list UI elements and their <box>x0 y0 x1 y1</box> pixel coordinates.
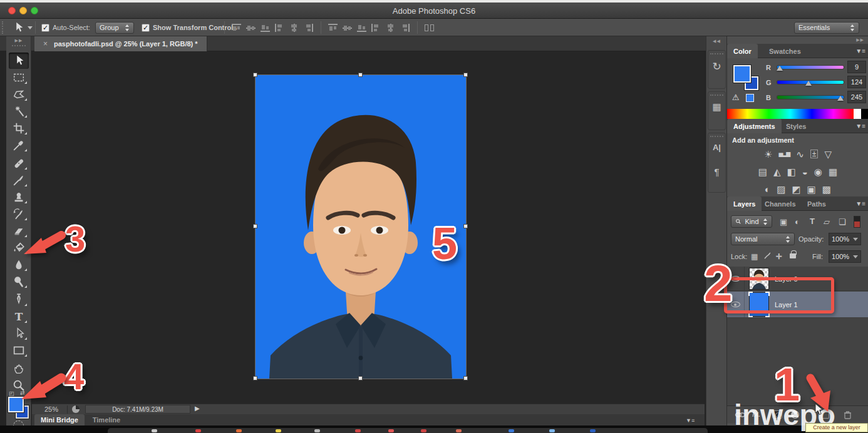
show-transform-checkbox[interactable]: ✓ <box>142 24 150 32</box>
clone-stamp-tool[interactable] <box>9 189 29 205</box>
expand-panels-icon[interactable]: ◀◀ <box>706 39 727 44</box>
fill-value[interactable]: 100% <box>829 250 861 263</box>
workspace-switcher[interactable]: Essentials <box>794 19 859 36</box>
character-panel-icon[interactable]: A| <box>706 143 727 152</box>
align-top-edges-icon[interactable] <box>231 23 242 33</box>
collapse-panels-icon[interactable]: ▶▶ <box>856 38 864 43</box>
dock-app-icon[interactable] <box>509 429 514 432</box>
distribute-right-edges-icon[interactable] <box>400 23 410 33</box>
filter-shape-layers-icon[interactable]: ▱ <box>824 217 830 227</box>
panel-menu-icon[interactable]: ▼≡ <box>855 200 865 207</box>
type-tool[interactable]: T <box>9 308 29 325</box>
distribute-bottom-edges-icon[interactable] <box>356 23 367 33</box>
paragraph-panel-icon[interactable]: ¶ <box>706 166 727 177</box>
threshold-icon[interactable]: ◩ <box>792 185 800 194</box>
default-colors-icon[interactable]: ◰ <box>9 390 14 397</box>
group-dropdown[interactable]: Group <box>95 22 134 34</box>
align-bottom-edges-icon[interactable] <box>260 23 271 33</box>
white-ramp-cell[interactable] <box>854 109 861 119</box>
filter-adjustment-layers-icon[interactable]: ◐ <box>795 217 800 227</box>
blue-slider[interactable] <box>777 96 844 99</box>
color-balance-icon[interactable]: ◭ <box>773 167 781 176</box>
tab-layers[interactable]: Layers <box>727 196 762 211</box>
filtering-toggle[interactable] <box>854 216 860 228</box>
brush-tool[interactable] <box>9 172 29 188</box>
selective-color-icon[interactable]: ▣ <box>807 185 816 194</box>
color-panel-foreground-swatch[interactable] <box>733 65 751 83</box>
exposure-icon[interactable]: ± <box>810 150 819 158</box>
black-white-icon[interactable]: ◧ <box>787 167 796 176</box>
hue-saturation-icon[interactable]: ▤ <box>758 167 767 176</box>
gamut-color-swatch[interactable] <box>746 94 754 102</box>
lasso-tool[interactable] <box>9 86 29 103</box>
show-transform-option[interactable]: ✓ Show Transform Controls <box>142 19 237 36</box>
color-lookup-icon[interactable]: ▦ <box>829 167 837 176</box>
macos-dock[interactable] <box>108 428 708 433</box>
align-right-edges-icon[interactable] <box>303 23 314 33</box>
distribute-top-edges-icon[interactable] <box>328 23 338 33</box>
red-slider[interactable] <box>777 66 844 69</box>
pen-tool[interactable] <box>9 292 29 308</box>
titlebar[interactable]: Adobe Photoshop CS6 <box>0 3 868 19</box>
distribute-vertical-centers-icon[interactable] <box>342 23 353 33</box>
photo-filter-icon[interactable]: ◒ <box>802 167 808 176</box>
dock-app-icon[interactable] <box>388 429 394 432</box>
opacity-value[interactable]: 100% <box>829 233 861 245</box>
properties-panel-icon[interactable]: ▦ <box>706 101 727 113</box>
lock-transparent-pixels-icon[interactable]: ▦ <box>751 252 758 261</box>
collapse-tools-icon[interactable]: ▶▶ <box>6 38 31 43</box>
lock-image-pixels-icon[interactable] <box>763 251 772 261</box>
dock-app-icon[interactable] <box>276 429 281 432</box>
workspace-dropdown[interactable]: Essentials <box>794 22 859 34</box>
invert-icon[interactable]: ◐ <box>765 185 770 194</box>
lock-position-icon[interactable]: ✛ <box>776 252 782 261</box>
distribute-left-edges-icon[interactable] <box>371 23 381 33</box>
tab-channels[interactable]: Channels <box>758 196 802 211</box>
dock-app-icon[interactable] <box>355 429 361 432</box>
dock-app-icon[interactable] <box>236 429 242 432</box>
dock-app-icon[interactable] <box>590 429 596 432</box>
filter-type-layers-icon[interactable]: T <box>810 216 815 226</box>
rectangular-marquee-tool[interactable] <box>9 69 29 86</box>
posterize-icon[interactable]: ▨ <box>777 185 785 194</box>
lock-all-icon[interactable] <box>790 250 796 260</box>
tab-adjustments[interactable]: Adjustments <box>727 119 782 133</box>
gamut-warning-icon[interactable]: ⚠ <box>732 93 740 102</box>
panel-menu-icon[interactable]: ▼≡ <box>686 417 695 424</box>
move-tool[interactable] <box>9 53 29 69</box>
auto-select-option[interactable]: ✓ Auto-Select: <box>41 19 90 36</box>
red-value[interactable]: 9 <box>847 61 866 73</box>
tool-preset-caret[interactable] <box>28 26 33 29</box>
transform-handle-top-left[interactable] <box>253 73 257 77</box>
transform-handle-bottom-left[interactable] <box>253 376 257 380</box>
blue-slider-thumb[interactable] <box>837 96 844 101</box>
transform-handle-top-center[interactable] <box>358 73 363 77</box>
align-vertical-centers-icon[interactable] <box>245 23 256 33</box>
transform-handle-middle-left[interactable] <box>253 224 257 228</box>
history-panel-icon[interactable]: ↻ <box>706 60 727 73</box>
dock-app-icon[interactable] <box>456 429 462 432</box>
curves-icon[interactable]: ∿ <box>796 150 804 159</box>
auto-align-layers-icon[interactable] <box>423 19 435 36</box>
spot-healing-brush-tool[interactable] <box>9 155 29 171</box>
close-tab-icon[interactable]: × <box>43 39 48 48</box>
tab-timeline[interactable]: Timeline <box>87 414 126 425</box>
auto-select-checkbox[interactable]: ✓ <box>41 24 49 32</box>
dock-app-icon[interactable] <box>314 429 320 432</box>
align-left-edges-icon[interactable] <box>274 23 285 33</box>
align-horizontal-centers-icon[interactable] <box>289 23 299 33</box>
panel-menu-icon[interactable]: ▼≡ <box>855 48 865 54</box>
path-selection-tool[interactable] <box>9 325 29 342</box>
dock-app-icon[interactable] <box>421 429 426 432</box>
status-options-arrow[interactable]: ▶ <box>195 405 200 412</box>
tab-swatches[interactable]: Swatches <box>763 44 807 58</box>
doc-size-field[interactable]: Doc: 7.41M/9.23M <box>85 405 190 414</box>
transform-handle-bottom-right[interactable] <box>463 376 468 380</box>
kind-filter-dropdown[interactable]: Kind <box>731 215 772 228</box>
history-brush-tool[interactable] <box>9 206 29 222</box>
move-tool-options-icon[interactable] <box>11 19 33 36</box>
dock-app-icon[interactable] <box>549 429 555 432</box>
tab-color[interactable]: Color <box>727 44 758 58</box>
tab-styles[interactable]: Styles <box>780 119 812 133</box>
distribute-horizontal-centers-icon[interactable] <box>385 23 396 33</box>
